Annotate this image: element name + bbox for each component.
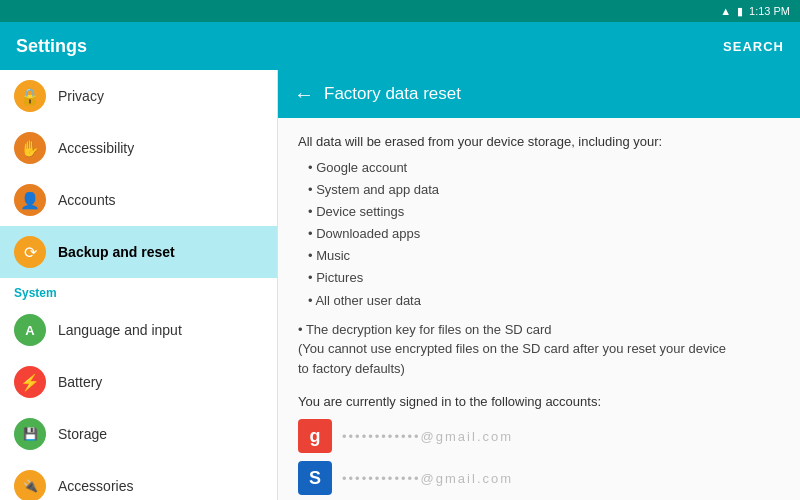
sidebar-item-label: Language and input [58, 322, 182, 338]
sidebar-item-label: Privacy [58, 88, 104, 104]
sidebar-item-label: Accessories [58, 478, 133, 494]
list-item: Device settings [308, 201, 780, 223]
google-account-email: ••••••••••••@gmail.com [342, 429, 513, 444]
sidebar-item-label: Backup and reset [58, 244, 175, 260]
content-body: All data will be erased from your device… [278, 118, 800, 500]
account-row-google: g ••••••••••••@gmail.com [298, 419, 780, 453]
list-item: Pictures [308, 267, 780, 289]
list-item: Downloaded apps [308, 223, 780, 245]
app-header: Settings SEARCH [0, 22, 800, 70]
content-header: ← Factory data reset [278, 70, 800, 118]
content-area: ← Factory data reset All data will be er… [278, 70, 800, 500]
time-display: 1:13 PM [749, 5, 790, 17]
back-button[interactable]: ← [294, 83, 314, 106]
sidebar-item-storage[interactable]: 💾 Storage [0, 408, 277, 460]
list-item: Google account [308, 157, 780, 179]
sidebar-item-battery[interactable]: ⚡ Battery [0, 356, 277, 408]
battery-icon: ▮ [737, 5, 743, 18]
backup-reset-icon: ⟳ [14, 236, 46, 268]
list-item: System and app data [308, 179, 780, 201]
privacy-icon: 🔒 [14, 80, 46, 112]
accessibility-icon: ✋ [14, 132, 46, 164]
main-layout: 🔒 Privacy ✋ Accessibility 👤 Accounts ⟳ B… [0, 70, 800, 500]
accounts-section-label: You are currently signed in to the follo… [298, 394, 780, 409]
warning-text: All data will be erased from your device… [298, 134, 780, 149]
wifi-icon: ▲ [720, 5, 731, 17]
sidebar-item-privacy[interactable]: 🔒 Privacy [0, 70, 277, 122]
sidebar-item-label: Storage [58, 426, 107, 442]
list-item: All other user data [308, 290, 780, 312]
sidebar-item-accounts[interactable]: 👤 Accounts [0, 174, 277, 226]
sidebar-item-label: Accounts [58, 192, 116, 208]
erase-list: Google account System and app data Devic… [298, 157, 780, 312]
google-account-icon: g [298, 419, 332, 453]
search-button[interactable]: SEARCH [723, 39, 784, 54]
system-section-label: System [0, 278, 277, 304]
accounts-icon: 👤 [14, 184, 46, 216]
list-item: Music [308, 245, 780, 267]
samsung-account-email: ••••••••••••@gmail.com [342, 471, 513, 486]
language-icon: A [14, 314, 46, 346]
app-title: Settings [16, 36, 723, 57]
sidebar: 🔒 Privacy ✋ Accessibility 👤 Accounts ⟳ B… [0, 70, 278, 500]
sidebar-item-label: Accessibility [58, 140, 134, 156]
sidebar-item-backup-reset[interactable]: ⟳ Backup and reset [0, 226, 277, 278]
status-bar: ▲ ▮ 1:13 PM [0, 0, 800, 22]
sd-card-note: • The decryption key for files on the SD… [298, 320, 780, 379]
accessories-icon: 🔌 [14, 470, 46, 500]
sidebar-item-language-input[interactable]: A Language and input [0, 304, 277, 356]
storage-icon: 💾 [14, 418, 46, 450]
sidebar-item-accessibility[interactable]: ✋ Accessibility [0, 122, 277, 174]
samsung-account-icon: S [298, 461, 332, 495]
account-row-samsung: S ••••••••••••@gmail.com [298, 461, 780, 495]
battery-icon: ⚡ [14, 366, 46, 398]
sidebar-item-accessories[interactable]: 🔌 Accessories [0, 460, 277, 500]
content-title: Factory data reset [324, 84, 461, 104]
sidebar-item-label: Battery [58, 374, 102, 390]
